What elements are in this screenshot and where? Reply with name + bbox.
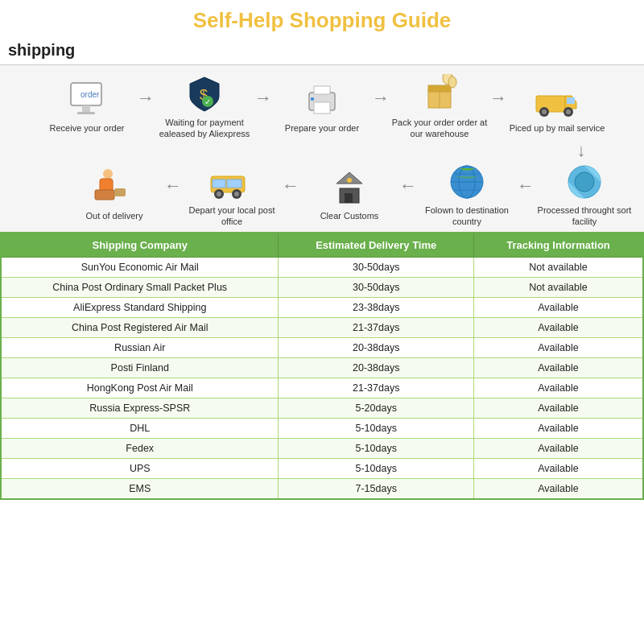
- cell-company: Posti Finland: [1, 358, 279, 378]
- svg-point-22: [566, 109, 571, 114]
- col-header-tracking: Tracking Information: [473, 233, 643, 258]
- cell-tracking: Available: [473, 459, 643, 479]
- process-row1: order Receive your order → $ ✓ Waiting f…: [8, 73, 636, 140]
- cell-tracking: Available: [473, 479, 643, 500]
- cell-tracking: Available: [473, 439, 643, 459]
- truck-icon: [533, 79, 581, 121]
- main-title: Self-Help Shopping Guide: [0, 0, 644, 38]
- step-prepare-label: Prepare your order: [285, 122, 359, 134]
- svg-rect-8: [314, 86, 330, 94]
- svg-rect-18: [567, 97, 575, 104]
- svg-rect-26: [114, 188, 126, 196]
- cell-time: 5-10days: [279, 419, 474, 439]
- cell-time: 30-50days: [279, 258, 474, 278]
- cell-company: EMS: [1, 479, 279, 500]
- col-header-time: Estimated Delivery Time: [279, 233, 474, 258]
- cell-tracking: Available: [473, 419, 643, 439]
- svg-rect-9: [314, 102, 330, 114]
- cell-time: 21-37days: [279, 378, 474, 398]
- svg-point-37: [347, 178, 352, 183]
- cell-company: China Post Registered Air Mail: [1, 318, 279, 338]
- step-pack-label: Pack your order order at our warehouse: [391, 117, 488, 140]
- step-destination-label: Folown to destination country: [419, 204, 515, 228]
- delivery-person-icon: [90, 167, 138, 208]
- step-pack: Pack your order order at our warehouse: [391, 73, 488, 140]
- svg-point-31: [217, 192, 221, 196]
- col-header-company: Shipping Company: [1, 233, 279, 258]
- svg-rect-1: [82, 105, 90, 112]
- step-payment: $ ✓ Waiting for payment ealeased by Alie…: [156, 73, 253, 140]
- cell-company: SunYou Economic Air Mail: [1, 258, 279, 278]
- table-row: China Post Registered Air Mail21-37daysA…: [1, 318, 643, 338]
- cell-tracking: Not available: [473, 258, 643, 278]
- cell-time: 7-15days: [279, 479, 474, 500]
- cell-company: Fedex: [1, 439, 279, 459]
- table-row: HongKong Post Air Mail21-37daysAvailable: [1, 378, 643, 398]
- svg-rect-2: [77, 112, 95, 114]
- cell-company: HongKong Post Air Mail: [1, 378, 279, 398]
- svg-rect-29: [227, 180, 242, 188]
- table-row: Russia Express-SPSR5-20daysAvailable: [1, 398, 643, 419]
- process-row2: Out of delivery ← Depart your local pos: [8, 161, 636, 228]
- step-destination: Folown to destination country: [419, 161, 515, 228]
- cell-time: 20-38days: [279, 358, 474, 378]
- table-row: EMS7-15daysAvailable: [1, 479, 643, 500]
- step-customs: Clear Customs: [301, 167, 398, 221]
- cell-time: 5-20days: [279, 398, 474, 419]
- box-icon: [415, 73, 464, 115]
- step-receive-label: Receive your order: [50, 122, 125, 134]
- step-payment-label: Waiting for payment ealeased by Aliexpre…: [156, 117, 253, 140]
- table-row: SunYou Economic Air Mail30-50daysNot ava…: [1, 258, 643, 278]
- cell-time: 21-37days: [279, 318, 474, 338]
- step-customs-label: Clear Customs: [320, 210, 379, 221]
- facility-icon: [560, 161, 609, 203]
- svg-text:order: order: [80, 90, 100, 99]
- cell-time: 20-38days: [279, 338, 474, 358]
- arrow8: ←: [517, 175, 535, 196]
- step-facility-label: Processed throught sort facility: [536, 204, 633, 228]
- svg-point-44: [575, 172, 594, 192]
- step-prepare: Prepare your order: [274, 79, 370, 134]
- step-receive: order Receive your order: [39, 79, 135, 134]
- cell-company: China Post Ordinary Small Packet Plus: [1, 278, 279, 298]
- page-wrapper: Self-Help Shopping Guide shipping order …: [0, 0, 644, 500]
- cell-tracking: Available: [473, 398, 643, 419]
- cell-tracking: Not available: [473, 278, 643, 298]
- cell-time: 30-50days: [279, 278, 474, 298]
- down-arrow: ↓: [533, 140, 630, 161]
- cell-time: 23-38days: [279, 298, 474, 318]
- arrow5: ←: [164, 175, 182, 196]
- arrow6: ←: [282, 175, 299, 196]
- svg-point-33: [234, 192, 239, 196]
- cell-company: AliExpress Standard Shipping: [1, 298, 279, 318]
- monitor-icon: order: [63, 79, 111, 121]
- step-pickup: Piced up by mail service: [509, 79, 605, 134]
- globe-icon: [443, 161, 491, 203]
- svg-rect-10: [311, 97, 314, 101]
- cell-company: Russian Air: [1, 338, 279, 358]
- cell-company: DHL: [1, 419, 279, 439]
- customs-icon: [325, 167, 374, 208]
- arrow2: →: [254, 88, 272, 109]
- table-row: China Post Ordinary Small Packet Plus30-…: [1, 278, 643, 298]
- table-row: Fedex5-10daysAvailable: [1, 439, 643, 459]
- cell-tracking: Available: [473, 338, 643, 358]
- printer-icon: [298, 79, 346, 121]
- cell-company: Russia Express-SPSR: [1, 398, 279, 419]
- table-row: DHL5-10daysAvailable: [1, 419, 643, 439]
- cell-tracking: Available: [473, 378, 643, 398]
- cell-company: UPS: [1, 459, 279, 479]
- step-depart: Depart your local post office: [184, 161, 280, 228]
- section-header: shipping: [0, 38, 644, 65]
- table-row: AliExpress Standard Shipping23-38daysAva…: [1, 298, 643, 318]
- cell-time: 5-10days: [279, 459, 474, 479]
- cell-tracking: Available: [473, 358, 643, 378]
- shield-icon: $ ✓: [180, 73, 229, 115]
- svg-point-20: [542, 109, 547, 114]
- process-area: order Receive your order → $ ✓ Waiting f…: [0, 65, 644, 232]
- arrow4: →: [489, 88, 507, 109]
- arrow7: ←: [399, 175, 417, 196]
- shipping-table: Shipping Company Estimated Delivery Time…: [0, 232, 644, 500]
- svg-rect-36: [345, 193, 353, 203]
- cell-tracking: Available: [473, 318, 643, 338]
